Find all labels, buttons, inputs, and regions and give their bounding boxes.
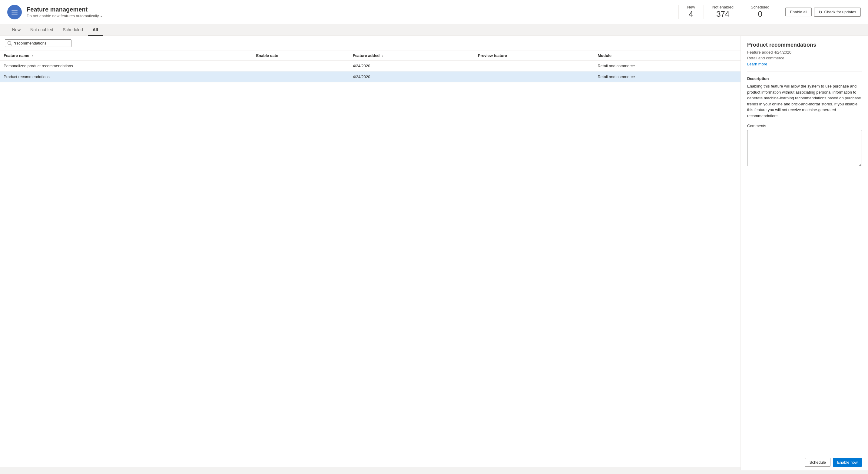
table-row[interactable]: Personalized product recommendations 4/2… [0,61,741,71]
cell-enable-date [252,71,349,83]
app-icon [7,5,22,20]
cell-feature-name: Personalized product recommendations [0,61,252,71]
detail-feature-added: Feature added 4/24/2020 [747,50,862,55]
learn-more-link[interactable]: Learn more [747,62,767,66]
svg-rect-1 [11,11,18,12]
schedule-label: Schedule [810,460,826,465]
detail-content: Product recommendations Feature added 4/… [741,36,868,454]
tab-bar: New Not enabled Scheduled All [0,24,868,36]
stat-not-enabled-value: 374 [712,9,734,19]
check-updates-button[interactable]: ↻ Check for updates [814,7,861,17]
sort-desc-icon: ↓ [382,54,383,58]
tab-all[interactable]: All [88,24,103,36]
search-bar [0,36,741,51]
enable-now-label: Enable now [837,460,858,465]
col-feature-added[interactable]: Feature added ↓ [349,51,474,61]
stats-bar: New 4 Not enabled 374 Scheduled 0 [678,5,778,19]
search-icon [7,41,12,45]
stat-new-label: New [687,5,695,9]
col-module[interactable]: Module [594,51,741,61]
tab-not-enabled[interactable]: Not enabled [26,24,58,36]
cell-module: Retail and commerce [594,61,741,71]
list-icon [10,8,19,16]
detail-description-text: Enabling this feature will allow the sys… [747,83,862,119]
page-header: Feature management Do not enable new fea… [0,0,868,24]
title-block: Feature management Do not enable new fea… [27,6,678,18]
detail-title: Product recommendations [747,42,862,48]
schedule-button[interactable]: Schedule [805,458,831,467]
svg-rect-2 [11,13,18,14]
cell-preview-feature [474,71,594,83]
cell-enable-date [252,61,349,71]
comments-label: Comments [747,124,862,128]
header-buttons: Enable all ↻ Check for updates [785,7,861,17]
detail-module: Retail and commerce [747,56,862,60]
stat-new-value: 4 [687,9,695,19]
subtitle-text: Do not enable new features automatically [27,13,99,18]
cell-feature-added: 4/24/2020 [349,71,474,83]
feature-table-wrapper: Feature name ↑ Enable date Feature added… [0,51,741,467]
search-input[interactable] [13,41,69,45]
check-updates-label: Check for updates [824,10,856,14]
cell-feature-name: Product recommendations [0,71,252,83]
cell-module: Retail and commerce [594,71,741,83]
detail-pane: Product recommendations Feature added 4/… [741,36,868,470]
divider [747,71,862,71]
table-row[interactable]: Product recommendations 4/24/2020 Retail… [0,71,741,83]
col-feature-name[interactable]: Feature name ↑ [0,51,252,61]
tab-scheduled[interactable]: Scheduled [58,24,88,36]
tab-new[interactable]: New [7,24,26,36]
main-content: Feature name ↑ Enable date Feature added… [0,36,868,470]
stat-not-enabled-label: Not enabled [712,5,734,9]
stat-not-enabled: Not enabled 374 [704,5,742,19]
page-title: Feature management [27,6,678,13]
subtitle-dropdown[interactable]: Do not enable new features automatically… [27,13,678,18]
feature-list-pane: Feature name ↑ Enable date Feature added… [0,36,741,470]
enable-all-button[interactable]: Enable all [785,7,812,17]
table-header-row: Feature name ↑ Enable date Feature added… [0,51,741,61]
stat-scheduled-value: 0 [751,9,769,19]
cell-feature-added: 4/24/2020 [349,61,474,71]
description-label: Description [747,76,862,81]
feature-table: Feature name ↑ Enable date Feature added… [0,51,741,83]
enable-all-label: Enable all [790,10,807,14]
chevron-down-icon: ⌄ [100,14,103,18]
comments-textarea[interactable] [747,130,862,166]
col-preview-feature[interactable]: Preview feature [474,51,594,61]
search-wrapper [5,39,71,47]
horizontal-scrollbar[interactable] [0,467,741,470]
enable-now-button[interactable]: Enable now [833,458,862,467]
stat-new: New 4 [678,5,704,19]
stat-scheduled: Scheduled 0 [742,5,778,19]
detail-footer: Schedule Enable now [741,454,868,470]
cell-preview-feature [474,61,594,71]
svg-rect-0 [11,10,18,10]
col-enable-date[interactable]: Enable date [252,51,349,61]
sort-asc-icon: ↑ [31,54,33,58]
refresh-icon: ↻ [818,10,822,14]
stat-scheduled-label: Scheduled [751,5,769,9]
